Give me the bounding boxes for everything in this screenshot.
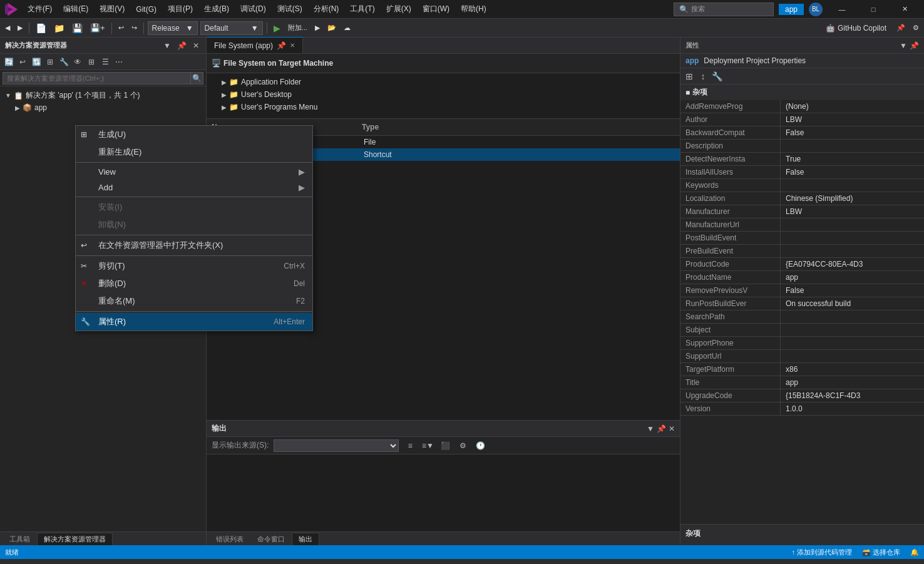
menu-extensions[interactable]: 扩展(X)	[381, 1, 416, 17]
ctx-rebuild[interactable]: 重新生成(E)	[76, 143, 312, 161]
doc-tab-filesystem[interactable]: File System (app) 📌 ✕	[207, 37, 303, 53]
save-all-button[interactable]: 💾+	[88, 21, 108, 35]
save-button[interactable]: 💾	[69, 21, 85, 35]
ctx-add[interactable]: Add ▶	[76, 180, 312, 195]
prop-row-6[interactable]: Keywords	[680, 179, 924, 192]
props-wrench-btn[interactable]: 🔧	[711, 70, 723, 83]
output-close-btn[interactable]: ✕	[669, 424, 675, 433]
search-box[interactable]: 🔍 搜索	[674, 3, 774, 16]
prop-row-19[interactable]: SupportUrl	[680, 350, 924, 363]
menu-analyze[interactable]: 分析(N)	[309, 1, 344, 17]
props-pin-btn[interactable]: 📌	[910, 41, 919, 50]
prop-row-16[interactable]: SearchPath	[680, 310, 924, 324]
prop-row-20[interactable]: TargetPlatform x86	[680, 363, 924, 376]
tab-errors[interactable]: 错误列表	[209, 533, 250, 545]
pin-button[interactable]: 📌	[894, 21, 908, 35]
repo-btn[interactable]: 🗃️ 选择仓库	[862, 548, 900, 557]
attach-button[interactable]: 附加...	[285, 21, 310, 35]
prop-row-11[interactable]: PreBuildEvent	[680, 245, 924, 258]
search-icon-button[interactable]: 🔍	[191, 72, 203, 85]
source-control-btn[interactable]: ↑ 添加到源代码管理	[791, 548, 852, 557]
restore-button[interactable]: □	[859, 0, 888, 19]
tab-toolbox[interactable]: 工具箱	[3, 533, 37, 545]
tab-solution-explorer[interactable]: 解决方案资源管理器	[37, 533, 113, 545]
props-category-btn[interactable]: ⊞	[683, 70, 696, 83]
sol-list-btn[interactable]: ☰	[99, 56, 111, 68]
prop-row-17[interactable]: Subject	[680, 324, 924, 337]
github-copilot-button[interactable]: 🤖 GitHub Copilot	[821, 24, 891, 33]
run2-button[interactable]: ▶	[312, 21, 322, 35]
platform-dropdown[interactable]: Default ▼	[200, 21, 263, 35]
menu-tools[interactable]: 工具(T)	[345, 1, 379, 17]
search-input[interactable]	[3, 72, 191, 85]
menu-edit[interactable]: 编辑(E)	[58, 1, 93, 17]
ctx-open-folder[interactable]: ↩ 在文件资源管理器中打开文件夹(X)	[76, 237, 312, 254]
new-project-button[interactable]: 📄	[33, 21, 49, 35]
menu-test[interactable]: 测试(S)	[272, 1, 307, 17]
menu-window[interactable]: 窗口(W)	[418, 1, 454, 17]
prop-row-0[interactable]: AddRemoveProg (None)	[680, 100, 924, 113]
menu-git[interactable]: Git(G)	[131, 3, 162, 16]
prop-row-8[interactable]: Manufacturer LBW	[680, 205, 924, 218]
panel-close-btn[interactable]: ✕	[191, 41, 201, 51]
output-down-btn[interactable]: ▼	[647, 424, 654, 433]
output-btn4[interactable]: ⚙	[456, 439, 469, 452]
ctx-build[interactable]: ⊞ 生成(U)	[76, 126, 312, 143]
tab-output[interactable]: 输出	[292, 533, 319, 545]
prop-row-5[interactable]: InstallAllUsers False	[680, 166, 924, 179]
folder-application[interactable]: ▶ 📁 Application Folder	[207, 76, 680, 88]
prop-row-2[interactable]: BackwardCompat False	[680, 126, 924, 140]
open-button[interactable]: 📁	[51, 21, 67, 35]
forward-button[interactable]: ▶	[15, 21, 25, 35]
cloud-button[interactable]: ☁	[341, 21, 353, 35]
prop-row-15[interactable]: RunPostBuildEver On successful build	[680, 297, 924, 310]
props-sort-btn[interactable]: ↕	[697, 70, 709, 83]
sol-grid-btn[interactable]: ⊞	[85, 56, 98, 68]
notification-btn[interactable]: 🔔	[910, 548, 919, 556]
tab-command[interactable]: 命令窗口	[250, 533, 292, 545]
menu-view[interactable]: 视图(V)	[95, 1, 130, 17]
prop-row-9[interactable]: ManufacturerUrl	[680, 218, 924, 232]
config-dropdown[interactable]: Release ▼	[148, 21, 198, 35]
folder-desktop[interactable]: ▶ 📁 User's Desktop	[207, 88, 680, 101]
prop-row-7[interactable]: Localization Chinese (Simplified)	[680, 192, 924, 205]
prop-row-4[interactable]: DetectNewerInsta True	[680, 153, 924, 166]
close-button[interactable]: ✕	[890, 0, 919, 19]
prop-row-18[interactable]: SupportPhone	[680, 337, 924, 350]
minimize-button[interactable]: —	[828, 0, 856, 19]
prop-row-21[interactable]: Title app	[680, 376, 924, 389]
output-btn2[interactable]: ≡▼	[421, 439, 434, 452]
menu-project[interactable]: 项目(P)	[163, 1, 198, 17]
panel-pin-btn[interactable]: 📌	[175, 41, 188, 51]
menu-build[interactable]: 生成(B)	[199, 1, 234, 17]
prop-row-13[interactable]: ProductName app	[680, 271, 924, 284]
panel-down-btn[interactable]: ▼	[162, 41, 173, 51]
folder-programs[interactable]: ▶ 📁 User's Programs Menu	[207, 101, 680, 113]
tree-solution[interactable]: ▼ 📋 解决方案 'app' (1 个项目，共 1 个)	[0, 89, 206, 102]
prop-row-14[interactable]: RemovePreviousV False	[680, 284, 924, 297]
ctx-properties[interactable]: 🔧 属性(R) Alt+Enter	[76, 313, 312, 331]
output-pin-btn[interactable]: 📌	[657, 424, 666, 433]
menu-help[interactable]: 帮助(H)	[456, 1, 491, 17]
output-source-dropdown[interactable]	[274, 439, 399, 452]
props-down-btn[interactable]: ▼	[900, 41, 907, 50]
undo-button[interactable]: ↩	[116, 21, 126, 35]
tab-close-btn[interactable]: ✕	[290, 42, 295, 49]
output-btn1[interactable]: ≡	[404, 439, 416, 452]
sol-tools-btn[interactable]: 🔧	[58, 56, 70, 68]
menu-debug[interactable]: 调试(D)	[235, 1, 271, 17]
sol-refresh-btn[interactable]: 🔃	[30, 56, 43, 68]
redo-button[interactable]: ↪	[129, 21, 140, 35]
settings-button[interactable]: ⚙	[910, 21, 921, 35]
prop-row-23[interactable]: Version 1.0.0	[680, 402, 924, 416]
folder-button[interactable]: 📂	[325, 21, 339, 35]
sol-more-btn[interactable]: ⋯	[113, 56, 125, 68]
sol-settings-btn[interactable]: ⊞	[44, 56, 56, 68]
avatar[interactable]: BL	[809, 3, 823, 16]
ctx-delete[interactable]: ✕ 删除(D) Del	[76, 275, 312, 292]
props-section-misc[interactable]: ■ 杂项	[680, 85, 924, 100]
prop-row-22[interactable]: UpgradeCode {15B1824A-8C1F-4D3	[680, 389, 924, 402]
ctx-cut[interactable]: ✂ 剪切(T) Ctrl+X	[76, 257, 312, 275]
sol-view-btn[interactable]: 👁	[71, 56, 84, 68]
menu-file[interactable]: 文件(F)	[23, 1, 57, 17]
